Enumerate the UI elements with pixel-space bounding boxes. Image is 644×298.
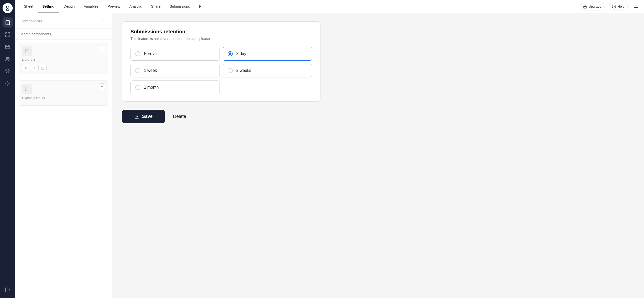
rich-text-card-title: Rich text <box>22 58 105 62</box>
topnav-actions: Upgrade Help <box>580 3 640 10</box>
sidebar-icon-grid[interactable] <box>3 30 13 40</box>
svg-point-10 <box>6 57 8 59</box>
tab-share[interactable]: Share <box>147 1 165 12</box>
bold-button[interactable]: B <box>22 65 30 71</box>
sidebar-icon-logout[interactable] <box>3 285 13 295</box>
panel-title: Components <box>20 19 42 23</box>
panel-header: Components + <box>15 13 112 29</box>
option-1month[interactable]: 1 month <box>130 80 220 94</box>
section-desc: This feature is not covered under free p… <box>130 37 312 41</box>
option-3day[interactable]: 3 day <box>223 47 312 61</box>
dynamic-inputs-card: + Dynamic Inputs <box>19 80 108 106</box>
radio-3day <box>228 51 233 56</box>
rich-text-icon <box>22 46 32 56</box>
italic-button[interactable]: i <box>31 65 37 71</box>
tab-setting[interactable]: Setting <box>38 1 59 12</box>
option-1week-label: 1 week <box>144 68 157 73</box>
tab-analytic[interactable]: Analytic <box>125 1 147 12</box>
topnav: Sheet Setting Design Variables Preview A… <box>15 0 644 13</box>
radio-1month <box>135 85 140 90</box>
svg-rect-7 <box>6 35 7 37</box>
card-add-rich-text-button[interactable]: + <box>99 46 105 52</box>
action-row: Save Delete <box>122 110 320 123</box>
sidebar-icon-team[interactable] <box>3 54 13 64</box>
option-forever[interactable]: Forever <box>130 47 220 61</box>
dynamic-inputs-card-title: Dynamic Inputs <box>22 96 105 100</box>
tab-preview[interactable]: Preview <box>103 1 125 12</box>
topnav-tabs: Sheet Setting Design Variables Preview A… <box>19 1 580 12</box>
upgrade-button[interactable]: Upgrade <box>580 3 605 10</box>
notification-button[interactable] <box>632 4 640 10</box>
svg-point-13 <box>7 83 8 84</box>
save-label: Save <box>142 114 153 119</box>
rich-text-toolbar: B i U <box>22 65 105 71</box>
svg-rect-9 <box>6 45 10 49</box>
delete-button[interactable]: Delete <box>171 110 188 123</box>
left-panel: Components + + Rich text B i U <box>15 13 112 298</box>
option-3day-label: 3 day <box>236 51 246 56</box>
rich-text-card: + Rich text B i U <box>19 43 108 74</box>
option-2weeks[interactable]: 2 weeks <box>223 64 312 77</box>
help-button[interactable]: Help <box>609 3 628 10</box>
tab-submissions[interactable]: Submissions <box>165 1 194 12</box>
save-button[interactable]: Save <box>122 110 165 123</box>
submissions-retention-section: Submissions retention This feature is no… <box>122 21 320 102</box>
tab-f[interactable]: F <box>195 1 206 12</box>
right-panel: Submissions retention This feature is no… <box>112 13 644 298</box>
upgrade-label: Upgrade <box>589 5 601 8</box>
search-input[interactable] <box>19 32 108 36</box>
sidebar-icon-clipboard[interactable] <box>3 17 13 28</box>
svg-marker-12 <box>5 69 10 72</box>
radio-forever <box>135 51 140 56</box>
svg-point-0 <box>6 6 9 8</box>
svg-rect-15 <box>583 6 587 8</box>
main-container: Sheet Setting Design Variables Preview A… <box>15 0 644 298</box>
svg-rect-5 <box>6 33 7 34</box>
delete-label: Delete <box>173 114 186 119</box>
svg-point-16 <box>612 5 616 8</box>
option-2weeks-label: 2 weeks <box>236 68 251 73</box>
save-icon <box>134 114 139 119</box>
radio-1week <box>135 68 140 73</box>
svg-rect-6 <box>8 33 10 34</box>
sidebar <box>0 0 15 298</box>
option-1week[interactable]: 1 week <box>130 64 220 77</box>
underline-button[interactable]: U <box>38 65 46 71</box>
panel-add-button[interactable]: + <box>99 17 107 24</box>
sidebar-icon-layers[interactable] <box>3 66 13 76</box>
radio-2weeks <box>228 68 233 73</box>
body-row: Components + + Rich text B i U <box>15 13 644 298</box>
svg-rect-8 <box>8 35 10 37</box>
option-forever-label: Forever <box>144 51 158 56</box>
sidebar-icon-settings[interactable] <box>3 78 13 89</box>
tab-variables[interactable]: Variables <box>79 1 103 12</box>
tab-design[interactable]: Design <box>59 1 79 12</box>
section-title: Submissions retention <box>130 29 312 35</box>
svg-point-11 <box>8 57 9 59</box>
search-bar <box>15 29 112 40</box>
card-add-dynamic-button[interactable]: + <box>99 83 105 90</box>
app-logo[interactable] <box>3 3 13 13</box>
tab-sheet[interactable]: Sheet <box>19 1 38 12</box>
retention-options-grid: Forever 3 day 1 week 2 weeks <box>130 47 312 94</box>
option-1month-label: 1 month <box>144 85 159 90</box>
sidebar-icon-inbox[interactable] <box>3 42 13 52</box>
help-label: Help <box>618 5 624 8</box>
dynamic-inputs-icon <box>22 84 32 94</box>
